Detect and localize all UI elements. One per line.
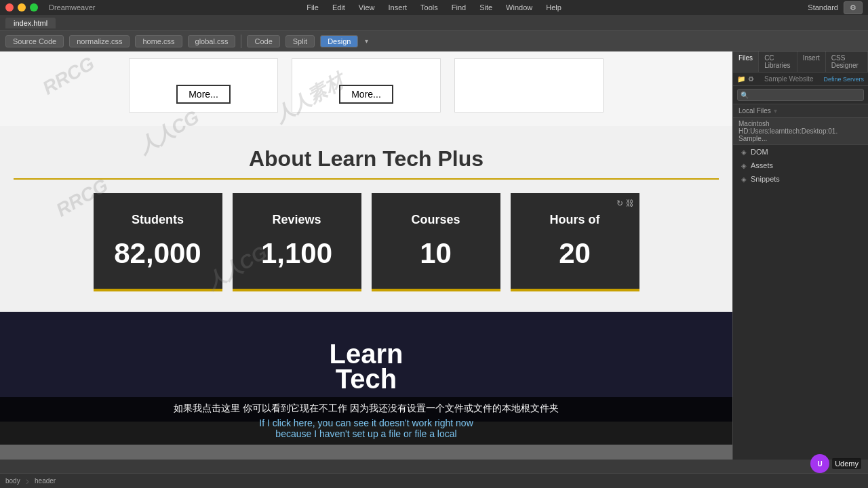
udemy-badge: U Udemy (810, 454, 861, 473)
stat-label-hours: Hours of (550, 213, 600, 227)
stat-value-students: 82,000 (114, 237, 201, 270)
hero-card-3 (454, 58, 604, 113)
menu-insert[interactable]: Insert (389, 3, 408, 12)
panel-tab-css[interactable]: CSS Designer (826, 52, 868, 72)
maximize-button[interactable] (30, 3, 38, 12)
local-files-icon: ▾ (774, 107, 777, 115)
hero-card-1: More... (129, 58, 278, 113)
stat-value-reviews: 1,100 (261, 237, 332, 270)
more-button-1[interactable]: More... (176, 85, 231, 104)
menu-site[interactable]: Site (479, 3, 492, 12)
global-css-btn[interactable]: global.css (188, 35, 236, 47)
design-dropdown-icon[interactable]: ▾ (365, 37, 368, 45)
panel-tab-cc-libraries[interactable]: CC Libraries (759, 52, 797, 72)
hero-section: More... More... (0, 52, 732, 126)
menu-file[interactable]: File (307, 3, 319, 12)
stat-card-courses: Courses 10 (372, 193, 500, 291)
menu-bar[interactable]: File Edit View Insert Tools Find Site Wi… (307, 3, 561, 12)
status-tag-header[interactable]: header (35, 477, 56, 485)
split-view-btn[interactable]: Split (285, 35, 315, 47)
stat-icons: ↻ ⛓ (616, 199, 634, 208)
panel-item-snippets[interactable]: ◈ Snippets (733, 172, 868, 186)
more-button-2[interactable]: More... (339, 85, 393, 104)
panel-item-assets[interactable]: ◈ Assets (733, 159, 868, 172)
stat-value-courses: 10 (420, 237, 452, 270)
subtitle-english-2: because I haven't set up a file or file … (14, 428, 719, 439)
subtitle-chinese: 如果我点击这里 你可以看到它现在不工作 因为我还没有设置一个文件或文件的本地根文… (14, 403, 719, 415)
subtitle-english-1: If I click here, you can see it doesn't … (14, 418, 719, 428)
stat-value-hours: 20 (559, 237, 591, 270)
snippets-label: Snippets (751, 175, 780, 183)
app-name: Dreamweaver (49, 3, 95, 12)
separator (241, 35, 241, 48)
subtitle-bar: 如果我点击这里 你可以看到它现在不工作 因为我还没有设置一个文件或文件的本地根文… (0, 397, 732, 445)
traffic-lights[interactable] (5, 3, 38, 12)
panel-file-toolbar: 📁 ⚙ Sample Website Define Servers (733, 73, 868, 86)
top-right-controls: Standard ⚙ (808, 1, 863, 14)
menu-help[interactable]: Help (546, 3, 561, 12)
assets-icon: ◈ (741, 162, 747, 169)
status-separator: › (26, 475, 29, 487)
source-code-btn[interactable]: Source Code (5, 35, 64, 47)
panel-tab-insert[interactable]: Insert (797, 52, 826, 72)
define-servers-btn[interactable]: Define Servers (823, 76, 864, 83)
status-bar: body › header (0, 473, 868, 488)
stat-label-reviews: Reviews (272, 213, 321, 227)
dom-icon: ◈ (741, 148, 747, 156)
normalize-css-btn[interactable]: normalize.css (69, 35, 130, 47)
snippets-icon: ◈ (741, 176, 747, 183)
local-files-bar: Local Files ▾ (733, 104, 868, 118)
link-icon[interactable]: ⛓ (626, 199, 634, 208)
menu-view[interactable]: View (359, 3, 375, 12)
about-title: About Learn Tech Plus (14, 146, 719, 180)
gear-icon-panel[interactable]: ⚙ (748, 75, 754, 83)
panel-item-dom[interactable]: ◈ DOM (733, 145, 868, 159)
menu-find[interactable]: Find (452, 3, 466, 12)
stat-label-students: Students (132, 213, 184, 227)
assets-label: Assets (751, 161, 773, 169)
stat-card-hours: ↻ ⛓ Hours of 20 (511, 193, 639, 291)
file-path: Macintosh HD:Users:learnttech:Desktop:01… (733, 118, 868, 145)
code-view-btn[interactable]: Code (247, 35, 279, 47)
learn-subtitle: Tech (14, 364, 719, 394)
stat-label-courses: Courses (411, 213, 460, 227)
folder-icon: 📁 (737, 75, 745, 83)
status-tag-body[interactable]: body (5, 477, 20, 485)
local-files-label: Local Files (738, 107, 771, 115)
reload-icon[interactable]: ↻ (616, 199, 623, 208)
right-panel: Files CC Libraries Insert CSS Designer 📁… (732, 52, 868, 460)
minimize-button[interactable] (18, 3, 26, 12)
close-button[interactable] (5, 3, 14, 12)
view-toolbar: Source Code normalize.css home.css globa… (0, 31, 868, 52)
stat-card-reviews: Reviews 1,100 (233, 193, 361, 291)
titlebar: Dreamweaver File Edit View Insert Tools … (0, 0, 868, 15)
hero-card-2: More... (292, 58, 441, 113)
panel-tabs: Files CC Libraries Insert CSS Designer (733, 52, 868, 73)
main-layout: More... More... About Learn Tech Plus St… (0, 52, 868, 460)
sample-website-label: Sample Website (757, 75, 821, 83)
udemy-logo: U (810, 454, 829, 473)
panel-search-bar (733, 86, 868, 104)
tab-bar: index.html (0, 15, 868, 31)
menu-window[interactable]: Window (506, 3, 532, 12)
udemy-label: Udemy (832, 458, 861, 469)
stats-grid: Students 82,000 Reviews 1,100 Courses 10… (14, 193, 719, 291)
menu-edit[interactable]: Edit (332, 3, 345, 12)
home-css-btn[interactable]: home.css (135, 35, 182, 47)
tab-index-html[interactable]: index.html (5, 18, 56, 28)
menu-tools[interactable]: Tools (420, 3, 438, 12)
dom-label: DOM (751, 148, 768, 156)
settings-btn[interactable]: ⚙ (844, 1, 863, 14)
panel-tab-files[interactable]: Files (733, 52, 759, 72)
udemy-logo-text: U (818, 460, 823, 468)
about-section: About Learn Tech Plus Students 82,000 Re… (0, 126, 732, 312)
stat-card-students: Students 82,000 (94, 193, 222, 291)
design-view[interactable]: More... More... About Learn Tech Plus St… (0, 52, 732, 460)
standard-label: Standard (808, 3, 838, 12)
design-view-btn[interactable]: Design (320, 35, 358, 47)
panel-search-input[interactable] (737, 89, 864, 101)
